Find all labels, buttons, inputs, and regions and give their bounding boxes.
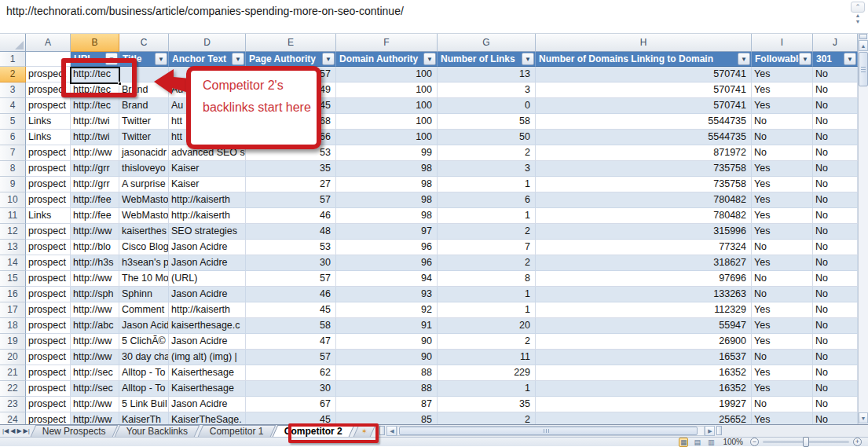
cell-B15[interactable]: http://ww [71,271,119,287]
cell-G20[interactable]: 11 [438,350,536,365]
cell-J7[interactable]: No [813,145,858,161]
cell-H17[interactable]: 112329 [536,302,752,318]
cell-G15[interactable]: 8 [438,271,536,287]
cell-I15[interactable]: No [752,271,813,287]
cell-B3[interactable]: http://tec [71,82,119,98]
filter-dropdown-icon[interactable]: ▼ [155,53,167,65]
cell-C19[interactable]: 5 ClichÃ© [119,334,169,350]
cell-I7[interactable]: No [752,145,813,161]
cell-J4[interactable]: No [813,98,858,114]
cell-H22[interactable]: 16352 [536,381,752,397]
cell-G11[interactable]: 1 [438,208,536,224]
cell-F2[interactable]: 100 [336,67,438,82]
cell-E19[interactable]: 47 [246,334,336,350]
cell-D22[interactable]: Kaiserthesage [169,381,246,397]
header-page-authority[interactable]: Page Authority▼ [246,52,336,67]
cell-E23[interactable]: 67 [246,397,336,412]
cell-G6[interactable]: 50 [438,130,536,145]
cell-F19[interactable]: 90 [336,334,438,350]
cell-F16[interactable]: 93 [336,287,438,302]
header-title[interactable]: Title▼ [119,52,169,67]
cell-C15[interactable]: The 10 Mo [119,271,169,287]
cell-G14[interactable]: 2 [438,255,536,271]
cell-H24[interactable]: 25652 [536,412,752,424]
insert-worksheet-icon[interactable]: ✶ [353,425,376,437]
filter-dropdown-icon[interactable]: ▼ [322,53,335,65]
cell-G21[interactable]: 229 [438,365,536,381]
header-url[interactable]: URL▼ [71,52,119,67]
cell-H5[interactable]: 5544735 [536,114,752,130]
row-header-8[interactable]: 8 [0,161,26,177]
header-domain-authority[interactable]: Domain Authority▼ [336,52,438,67]
cell-G10[interactable]: 6 [438,192,536,208]
cell-A18[interactable]: prospect [26,318,71,334]
normal-view-icon[interactable]: ▦ [679,438,689,447]
cell-A12[interactable]: prospect [26,224,71,240]
cell-B4[interactable]: http://tec [71,98,119,114]
cell-J2[interactable]: No [813,67,858,82]
cell-F23[interactable]: 87 [336,397,438,412]
row-header-11[interactable]: 11 [0,208,26,224]
cell-J17[interactable]: No [813,302,858,318]
cell-C11[interactable]: WebMasto [119,208,169,224]
cell-E5[interactable]: 68 [246,114,336,130]
cell-I16[interactable]: No [752,287,813,302]
row-header-6[interactable]: 6 [0,130,26,145]
cell-I23[interactable]: No [752,397,813,412]
tab-your-backlinks[interactable]: Your Backlinks [115,425,200,437]
cell-E8[interactable]: 35 [246,161,336,177]
cell-A8[interactable]: prospect [26,161,71,177]
cell-B6[interactable]: http://twi [71,130,119,145]
scroll-up-icon[interactable]: ▲ [851,13,865,19]
formula-bar-value[interactable]: http://technorati.com/business/article/c… [6,5,404,17]
cell-A15[interactable]: prospect [26,271,71,287]
cell-C18[interactable]: Jason Acid [119,318,169,334]
cell-H18[interactable]: 55947 [536,318,752,334]
cell-G13[interactable]: 7 [438,240,536,255]
cell-F22[interactable]: 88 [336,381,438,397]
cell-H6[interactable]: 5544735 [536,130,752,145]
cell-D5[interactable]: htt [169,114,246,130]
cell-E21[interactable]: 62 [246,365,336,381]
cell-G5[interactable]: 58 [438,114,536,130]
cell-E13[interactable]: 53 [246,240,336,255]
cell-I11[interactable]: Yes [752,208,813,224]
row-header-3[interactable]: 3 [0,82,26,98]
cell-G24[interactable]: 2 [438,412,536,424]
cell-A4[interactable]: prospect [26,98,71,114]
column-header-c[interactable]: C [119,34,169,52]
cell-I9[interactable]: Yes [752,177,813,192]
cell-J18[interactable]: No [813,318,858,334]
row-header-14[interactable]: 14 [0,255,26,271]
cell-F15[interactable]: 94 [336,271,438,287]
cell-I20[interactable]: No [752,350,813,365]
cell-E14[interactable]: 30 [246,255,336,271]
scroll-up-arrow-icon[interactable]: ▲ [859,40,868,51]
last-sheet-icon[interactable]: ▶| [24,425,30,437]
cell-F8[interactable]: 98 [336,161,438,177]
cell-I2[interactable]: Yes [752,67,813,82]
cell-A13[interactable]: prospect [26,240,71,255]
cell-B21[interactable]: http://sec [71,365,119,381]
cell-E11[interactable]: 46 [246,208,336,224]
cell-J16[interactable]: No [813,287,858,302]
cell-C9[interactable]: A surprise [119,177,169,192]
cell-B19[interactable]: http://ww [71,334,119,350]
row-header-7[interactable]: 7 [0,145,26,161]
cell-B9[interactable]: http://grr [71,177,119,192]
row-header-23[interactable]: 23 [0,397,26,412]
cell-I6[interactable]: No [752,130,813,145]
tab-competitor-1[interactable]: Competitor 1 [197,425,275,437]
cell-I19[interactable]: Yes [752,334,813,350]
cell-J24[interactable]: No [813,412,858,424]
row-header-17[interactable]: 17 [0,302,26,318]
filter-dropdown-icon[interactable]: ▼ [522,53,534,65]
cell-A3[interactable]: prospect [26,82,71,98]
horizontal-scrollbar[interactable] [397,426,705,436]
filter-dropdown-icon[interactable]: ▼ [844,53,856,65]
cell-J21[interactable]: No [813,365,858,381]
cell-J5[interactable]: No [813,114,858,130]
cell-H11[interactable]: 780482 [536,208,752,224]
cell-G4[interactable]: 0 [438,98,536,114]
previous-sheet-icon[interactable]: ◀ [10,425,15,437]
